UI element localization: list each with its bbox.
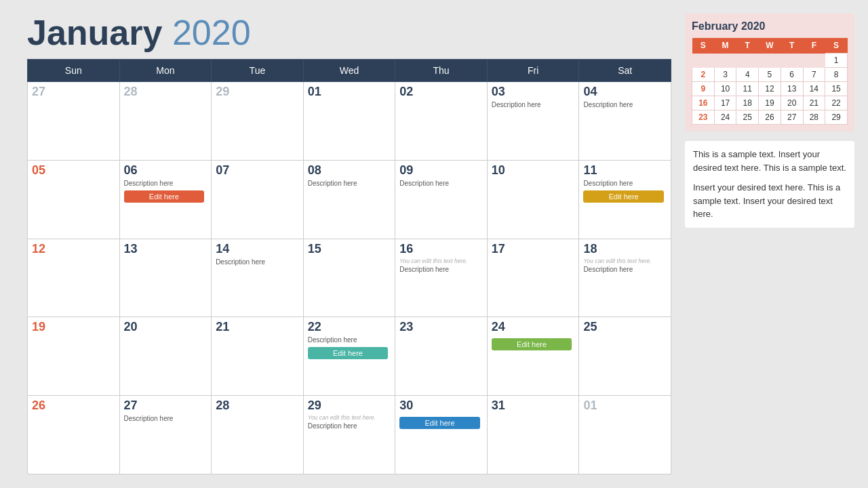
day-description: Description here xyxy=(583,100,667,109)
day-number: 02 xyxy=(399,85,483,99)
calendar-cell: 27Description here xyxy=(119,396,212,474)
day-number: 29 xyxy=(216,85,299,99)
mini-cal-cell: 23 xyxy=(692,110,715,125)
day-number: 12 xyxy=(32,242,115,256)
day-number: 10 xyxy=(492,163,575,178)
calendar-cell: 04Description here xyxy=(579,82,671,161)
mini-cal-cell xyxy=(781,54,803,68)
day-number: 14 xyxy=(216,242,299,256)
mini-cal-cell: 2 xyxy=(692,68,715,82)
mini-cal-cell: 14 xyxy=(803,82,825,96)
main-calendar: SunMonTueWedThuFriSat 272829010203Descri… xyxy=(27,59,671,474)
day-number: 16 xyxy=(399,242,483,256)
day-number: 13 xyxy=(124,242,208,256)
calendar-cell: 07 xyxy=(212,160,304,239)
mini-cal-cell: 17 xyxy=(714,96,736,110)
mini-cal-cell: 28 xyxy=(803,110,825,125)
mini-cal-cell: 25 xyxy=(736,110,759,125)
mini-cal-cell: 27 xyxy=(781,110,803,125)
day-number: 01 xyxy=(583,399,667,413)
weekday-header-tue: Tue xyxy=(212,60,304,82)
mini-cal-cell: 22 xyxy=(825,96,848,110)
mini-weekday: F xyxy=(803,38,825,54)
calendar-cell: 05 xyxy=(28,160,120,239)
mini-cal-cell: 19 xyxy=(759,96,781,110)
calendar-cell: 29You can edit this text here.Descriptio… xyxy=(303,396,395,474)
day-hint: You can edit this text here. xyxy=(308,414,391,422)
page-title: January 2020 xyxy=(27,14,671,52)
mini-cal-cell: 5 xyxy=(759,68,781,82)
calendar-cell: 02 xyxy=(395,82,488,161)
sidebar-text-2: Insert your desired text here. This is a… xyxy=(693,181,846,221)
mini-cal-cell: 29 xyxy=(825,110,848,125)
calendar-cell: 09Description here xyxy=(395,160,488,239)
mini-cal-cell: 18 xyxy=(736,96,759,110)
weekday-header-sun: Sun xyxy=(28,60,120,82)
weekday-header-mon: Mon xyxy=(119,60,212,82)
calendar-cell: 14Description here xyxy=(212,239,304,317)
calendar-cell: 28 xyxy=(119,82,212,161)
calendar-cell: 24Edit here xyxy=(487,317,579,396)
day-description: Description here xyxy=(308,179,391,188)
weekday-header-thu: Thu xyxy=(395,60,488,82)
calendar-cell: 12 xyxy=(28,239,120,317)
day-number: 18 xyxy=(583,242,667,256)
day-description: Description here xyxy=(583,265,667,274)
day-number: 30 xyxy=(399,399,483,413)
day-number: 04 xyxy=(583,85,667,99)
calendar-cell: 06Description hereEdit here xyxy=(119,160,212,239)
day-description: Description here xyxy=(399,179,483,188)
calendar-cell: 23 xyxy=(395,317,488,396)
calendar-cell: 27 xyxy=(28,82,120,161)
edit-button[interactable]: Edit here xyxy=(124,190,205,203)
mini-cal-cell: 20 xyxy=(781,96,803,110)
calendar-cell: 01 xyxy=(303,82,395,161)
day-description: Description here xyxy=(583,179,667,188)
calendar-cell: 21 xyxy=(212,317,304,396)
weekday-header-fri: Fri xyxy=(487,60,579,82)
day-number: 27 xyxy=(32,85,115,99)
mini-cal-cell: 9 xyxy=(692,82,715,96)
edit-button[interactable]: Edit here xyxy=(583,190,664,203)
calendar-cell: 30Edit here xyxy=(395,396,488,474)
day-description: Description here xyxy=(124,179,208,188)
mini-cal-cell: 12 xyxy=(759,82,781,96)
mini-cal-cell: 6 xyxy=(781,68,803,82)
calendar-cell: 20 xyxy=(119,317,212,396)
month-label: January xyxy=(27,13,162,52)
day-number: 03 xyxy=(492,85,575,99)
day-number: 19 xyxy=(32,320,115,334)
mini-cal-cell xyxy=(759,54,781,68)
sidebar-text-block: This is a sample text. Insert your desir… xyxy=(685,141,854,228)
calendar-cell: 13 xyxy=(119,239,212,317)
mini-weekday: T xyxy=(736,38,759,54)
calendar-cell: 15 xyxy=(303,239,395,317)
day-number: 20 xyxy=(124,320,208,334)
day-description: Description here xyxy=(492,100,575,109)
day-number: 05 xyxy=(32,163,115,178)
day-number: 26 xyxy=(32,399,115,413)
mini-cal-cell: 24 xyxy=(714,110,736,125)
day-description: Description here xyxy=(216,258,299,266)
mini-cal-cell: 4 xyxy=(736,68,759,82)
year-label: 2020 xyxy=(172,13,251,52)
day-number: 17 xyxy=(492,242,575,256)
edit-button[interactable]: Edit here xyxy=(399,417,480,429)
edit-button[interactable]: Edit here xyxy=(492,338,572,350)
day-number: 21 xyxy=(216,320,299,334)
mini-cal-cell: 3 xyxy=(714,68,736,82)
day-number: 09 xyxy=(399,163,483,178)
day-number: 11 xyxy=(583,163,667,178)
mini-cal-cell: 1 xyxy=(825,54,848,68)
mini-cal-cell: 21 xyxy=(803,96,825,110)
day-number: 22 xyxy=(308,320,391,334)
day-number: 25 xyxy=(583,320,667,334)
day-number: 28 xyxy=(124,85,208,99)
day-number: 06 xyxy=(124,163,208,178)
mini-calendar-container: February 2020 SMTWTFS 123456789101112131… xyxy=(685,14,854,131)
calendar-cell: 22Description hereEdit here xyxy=(303,317,395,396)
mini-cal-cell xyxy=(692,54,715,68)
edit-button[interactable]: Edit here xyxy=(308,347,389,359)
sidebar-text-1: This is a sample text. Insert your desir… xyxy=(693,148,846,174)
main-section: January 2020 SunMonTueWedThuFriSat 27282… xyxy=(27,14,671,474)
